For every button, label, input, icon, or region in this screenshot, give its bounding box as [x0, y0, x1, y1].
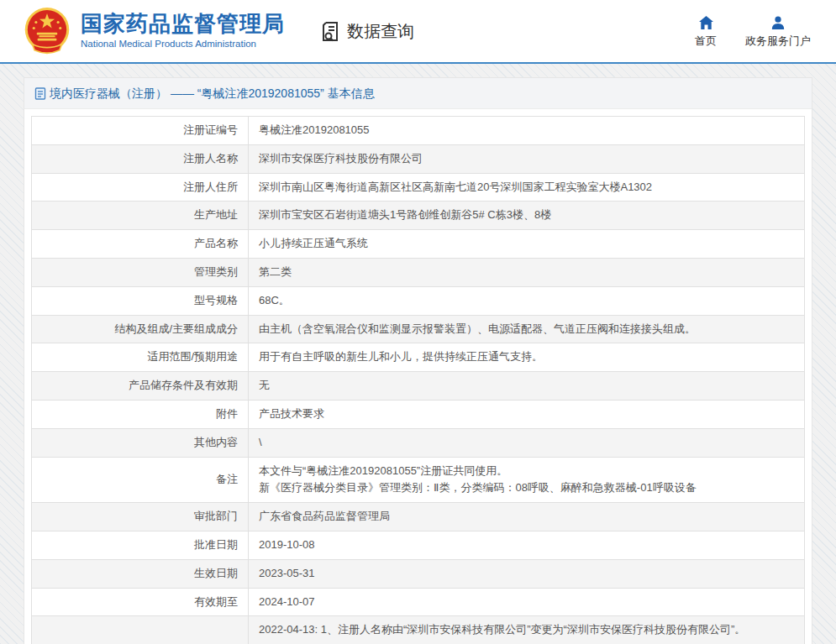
- row-label: 管理类别: [32, 258, 249, 286]
- home-icon: [699, 14, 713, 29]
- document-icon: [34, 87, 50, 100]
- table-row: 管理类别第二类: [32, 258, 805, 286]
- row-value: 粤械注准20192081055: [249, 117, 805, 145]
- row-label: 产品名称: [32, 230, 249, 259]
- table-row: 备注本文件与“粤械注准20192081055”注册证共同使用。 新《医疗器械分类…: [32, 457, 805, 503]
- row-label: 生产地址: [32, 202, 249, 230]
- row-value: 无: [249, 372, 805, 401]
- table-row: 生产地址深圳市宝安区石岩街道塘头1号路创维创新谷5# C栋3楼、8楼: [32, 202, 805, 230]
- row-value: 2019-10-08: [249, 531, 805, 559]
- row-value: 本文件与“粤械注准20192081055”注册证共同使用。 新《医疗器械分类目录…: [249, 457, 805, 503]
- row-value: 深圳市南山区粤海街道高新区社区高新南七道20号深圳国家工程实验室大楼A1302: [249, 173, 805, 202]
- row-value: 深圳市安保医疗科技股份有限公司: [249, 144, 805, 173]
- table-row: 审批部门广东省食品药品监督管理局: [32, 503, 805, 531]
- data-query-label: 数据查询: [347, 20, 414, 43]
- info-table-body: 注册证编号粤械注准20192081055注册人名称深圳市安保医疗科技股份有限公司…: [32, 117, 805, 644]
- row-label: 结构及组成/主要组成成分: [32, 315, 249, 343]
- nav-item-portal[interactable]: 政务服务门户: [745, 14, 811, 49]
- row-label: 备注: [32, 457, 249, 503]
- nav-item-home[interactable]: 首页: [695, 14, 717, 49]
- table-row: 型号规格68C。: [32, 286, 805, 315]
- row-value: 68C。: [249, 286, 805, 315]
- table-row: 生效日期2023-05-31: [32, 559, 805, 588]
- row-label: 其他内容: [32, 428, 249, 457]
- row-label: 注册人住所: [32, 173, 249, 202]
- info-table: 注册证编号粤械注准20192081055注册人名称深圳市安保医疗科技股份有限公司…: [31, 116, 805, 644]
- brand: 国家药品监督管理局 National Medical Products Admi…: [24, 6, 285, 56]
- user-icon: [771, 14, 785, 29]
- row-value: 广东省食品药品监督管理局: [249, 503, 805, 531]
- table-row: 适用范围/预期用途用于有自主呼吸的新生儿和小儿，提供持续正压通气支持。: [32, 343, 805, 372]
- row-value: 用于有自主呼吸的新生儿和小儿，提供持续正压通气支持。: [249, 343, 805, 372]
- table-row: 注册人住所深圳市南山区粤海街道高新区社区高新南七道20号深圳国家工程实验室大楼A…: [32, 173, 805, 202]
- content-panel: 境内医疗器械（注册） —— “粤械注准20192081055” 基本信息 注册证…: [24, 77, 812, 644]
- data-query-section: 数据查询: [320, 20, 414, 43]
- org-name-en: National Medical Products Administration: [81, 39, 285, 50]
- row-label: 有效期至: [32, 588, 249, 616]
- row-label: 产品储存条件及有效期: [32, 372, 249, 401]
- row-value: 2022-04-13: 1、注册人名称由“深圳市安保科技有限公司”变更为“深圳市…: [249, 616, 805, 644]
- row-value: 2023-05-31: [249, 559, 805, 588]
- row-label: 型号规格: [32, 286, 249, 315]
- row-label: 批准日期: [32, 531, 249, 559]
- table-row: 附件产品技术要求: [32, 400, 805, 428]
- table-row: 变更情况2022-04-13: 1、注册人名称由“深圳市安保科技有限公司”变更为…: [32, 616, 805, 644]
- row-value: 第二类: [249, 258, 805, 286]
- row-label: 附件: [32, 400, 249, 428]
- row-value: \: [249, 428, 805, 457]
- row-label: 注册人名称: [32, 144, 249, 173]
- table-row: 产品名称小儿持续正压通气系统: [32, 230, 805, 259]
- table-row: 批准日期2019-10-08: [32, 531, 805, 559]
- header-nav: 首页 政务服务门户: [695, 14, 811, 49]
- org-name-cn: 国家药品监督管理局: [81, 12, 285, 37]
- row-value: 深圳市宝安区石岩街道塘头1号路创维创新谷5# C栋3楼、8楼: [249, 202, 805, 230]
- table-row: 其他内容\: [32, 428, 805, 457]
- page-title: 境内医疗器械（注册） —— “粤械注准20192081055” 基本信息: [50, 78, 375, 109]
- table-row: 结构及组成/主要组成成分由主机（含空氧混合仪和监测显示报警装置）、电源适配器、气…: [32, 315, 805, 343]
- table-row: 注册证编号粤械注准20192081055: [32, 117, 805, 145]
- row-value: 由主机（含空氧混合仪和监测显示报警装置）、电源适配器、气道正压阀和连接接头组成。: [249, 315, 805, 343]
- data-query-icon: [320, 20, 347, 43]
- nav-portal-label: 政务服务门户: [745, 34, 811, 49]
- site-header: 国家药品监督管理局 National Medical Products Admi…: [0, 0, 836, 64]
- table-row: 注册人名称深圳市安保医疗科技股份有限公司: [32, 144, 805, 173]
- nav-home-label: 首页: [695, 34, 717, 49]
- row-value: 小儿持续正压通气系统: [249, 230, 805, 259]
- brand-text: 国家药品监督管理局 National Medical Products Admi…: [81, 12, 285, 50]
- row-label: 审批部门: [32, 503, 249, 531]
- national-emblem-logo: [24, 6, 71, 56]
- row-value: 产品技术要求: [249, 400, 805, 428]
- table-row: 产品储存条件及有效期无: [32, 372, 805, 401]
- row-label: 适用范围/预期用途: [32, 343, 249, 372]
- table-row: 有效期至2024-10-07: [32, 588, 805, 616]
- row-label: 注册证编号: [32, 117, 249, 145]
- row-label: 生效日期: [32, 559, 249, 588]
- row-label: 变更情况: [32, 616, 249, 644]
- page-title-bar: 境内医疗器械（注册） —— “粤械注准20192081055” 基本信息: [24, 78, 812, 109]
- row-value: 2024-10-07: [249, 588, 805, 616]
